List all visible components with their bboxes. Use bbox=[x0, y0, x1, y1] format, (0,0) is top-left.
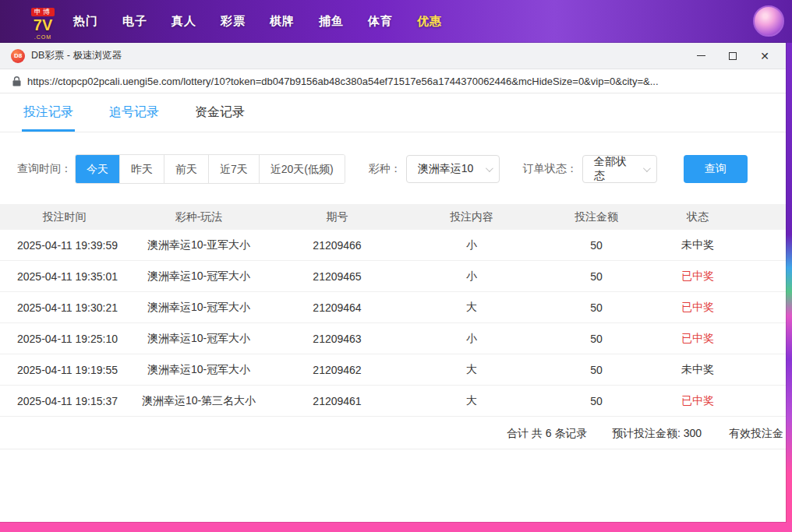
summary-row: 合计 共 6 条记录 预计投注金额: 300 有效投注金 bbox=[0, 417, 786, 449]
filter-bar: 查询时间： 今天昨天前天近7天近20天(低频) 彩种： 澳洲幸运10 订单状态：… bbox=[0, 132, 786, 204]
order-status-select[interactable]: 全部状态 bbox=[582, 155, 657, 183]
site-logo-mark: 7V bbox=[31, 17, 55, 33]
table-row: 2025-04-11 19:30:21 澳洲幸运10-冠军大小 21209464… bbox=[0, 292, 786, 323]
lottery-label: 彩种： bbox=[369, 162, 401, 176]
time-filter-button[interactable]: 近20天(低频) bbox=[259, 155, 345, 183]
table-header-row: 投注时间彩种-玩法期号投注内容投注金额状态 bbox=[0, 204, 786, 230]
cell-status: 已中奖 bbox=[655, 394, 741, 408]
cell-issue: 21209463 bbox=[269, 333, 405, 345]
cell-status: 已中奖 bbox=[655, 301, 741, 315]
time-filter-button[interactable]: 今天 bbox=[76, 155, 119, 183]
cell-game-play: 澳洲幸运10-亚军大小 bbox=[129, 238, 269, 252]
site-logo-domain: .COM bbox=[31, 34, 55, 40]
cell-bet-content: 小 bbox=[405, 332, 538, 346]
lottery-select[interactable]: 澳洲幸运10 bbox=[406, 155, 500, 183]
table-row: 2025-04-11 19:25:10 澳洲幸运10-冠军大小 21209463… bbox=[0, 323, 786, 354]
nav-item[interactable]: 电子 bbox=[122, 14, 147, 29]
summary-valid-amount: 有效投注金 bbox=[729, 417, 783, 449]
cell-bet-amount: 50 bbox=[538, 395, 655, 407]
cell-bet-content: 大 bbox=[405, 363, 538, 377]
page-background-strip-bottom bbox=[0, 522, 792, 532]
nav-item[interactable]: 真人 bbox=[171, 14, 196, 29]
lottery-select-value: 澳洲幸运10 bbox=[418, 162, 474, 176]
column-header: 彩种-玩法 bbox=[129, 210, 269, 224]
column-header: 状态 bbox=[655, 210, 741, 224]
cell-game-play: 澳洲幸运10-冠军大小 bbox=[129, 332, 269, 346]
cell-bet-time: 2025-04-11 19:35:01 bbox=[0, 270, 129, 283]
user-avatar[interactable] bbox=[753, 5, 784, 37]
table-row: 2025-04-11 19:39:59 澳洲幸运10-亚军大小 21209466… bbox=[0, 230, 786, 261]
nav-item[interactable]: 体育 bbox=[368, 14, 393, 29]
table-body: 2025-04-11 19:39:59 澳洲幸运10-亚军大小 21209466… bbox=[0, 230, 786, 417]
cell-bet-amount: 50 bbox=[538, 239, 655, 252]
cell-game-play: 澳洲幸运10-冠军大小 bbox=[129, 270, 269, 284]
chevron-down-icon bbox=[486, 164, 493, 172]
cell-bet-content: 大 bbox=[405, 394, 538, 408]
browser-titlebar: D8 DB彩票 - 极速浏览器 ✕ bbox=[0, 43, 786, 69]
close-button[interactable]: ✕ bbox=[759, 51, 770, 62]
order-status-label: 订单状态： bbox=[523, 162, 578, 176]
cell-issue: 21209466 bbox=[269, 239, 405, 252]
chevron-down-icon bbox=[643, 164, 651, 172]
table-row: 2025-04-11 19:15:37 澳洲幸运10-第三名大小 2120946… bbox=[0, 386, 786, 417]
cell-status: 未中奖 bbox=[655, 238, 741, 252]
cell-issue: 21209465 bbox=[269, 270, 405, 283]
tab[interactable]: 资金记录 bbox=[193, 93, 246, 132]
cell-bet-amount: 50 bbox=[538, 270, 655, 283]
cell-issue: 21209462 bbox=[269, 364, 405, 376]
browser-window: D8 DB彩票 - 极速浏览器 ✕ https://ctopcp02pcali.… bbox=[0, 43, 786, 522]
cell-bet-amount: 50 bbox=[538, 333, 655, 345]
time-filter-button[interactable]: 昨天 bbox=[119, 155, 164, 183]
nav-item[interactable]: 棋牌 bbox=[270, 14, 295, 29]
column-header: 投注金额 bbox=[538, 210, 655, 224]
cell-bet-amount: 50 bbox=[538, 364, 655, 376]
cell-issue: 21209461 bbox=[269, 395, 405, 407]
cell-bet-amount: 50 bbox=[538, 301, 655, 314]
nav-menu: 热门电子真人彩票棋牌捕鱼体育优惠 bbox=[73, 14, 442, 29]
search-button[interactable]: 查询 bbox=[684, 155, 748, 183]
nav-item[interactable]: 优惠 bbox=[417, 14, 442, 29]
app-icon: D8 bbox=[11, 49, 25, 63]
address-bar[interactable]: https://ctopcp02pcali.uengi5e.com/lotter… bbox=[0, 69, 786, 93]
table-row: 2025-04-11 19:19:55 澳洲幸运10-冠军大小 21209462… bbox=[0, 354, 786, 386]
cell-status: 已中奖 bbox=[655, 332, 741, 346]
page-background-strip-right bbox=[786, 43, 792, 522]
maximize-button[interactable] bbox=[727, 51, 738, 62]
cell-bet-content: 小 bbox=[405, 238, 538, 252]
column-header: 投注时间 bbox=[0, 210, 129, 224]
site-logo[interactable]: 申博 7V .COM bbox=[31, 4, 55, 40]
lock-icon bbox=[12, 76, 21, 86]
cell-game-play: 澳洲幸运10-冠军大小 bbox=[129, 363, 269, 377]
cell-status: 已中奖 bbox=[655, 270, 741, 284]
cell-bet-time: 2025-04-11 19:30:21 bbox=[0, 301, 129, 314]
cell-game-play: 澳洲幸运10-第三名大小 bbox=[129, 394, 269, 408]
site-logo-text: 申博 bbox=[31, 8, 55, 16]
table-row: 2025-04-11 19:35:01 澳洲幸运10-冠军大小 21209465… bbox=[0, 261, 786, 292]
summary-expected-amount: 预计投注金额: 300 bbox=[612, 417, 702, 449]
time-filter-label: 查询时间： bbox=[17, 162, 72, 176]
nav-item[interactable]: 彩票 bbox=[221, 14, 246, 29]
column-header: 期号 bbox=[269, 210, 405, 224]
order-status-value: 全部状态 bbox=[594, 155, 637, 183]
tab[interactable]: 追号记录 bbox=[108, 93, 161, 132]
url-text[interactable]: https://ctopcp02pcali.uengi5e.com/lotter… bbox=[27, 76, 773, 87]
tab-bar: 投注记录追号记录资金记录 bbox=[0, 93, 786, 132]
cell-bet-time: 2025-04-11 19:39:59 bbox=[0, 239, 129, 252]
nav-item[interactable]: 捕鱼 bbox=[319, 14, 344, 29]
nav-item[interactable]: 热门 bbox=[73, 14, 98, 29]
summary-total: 合计 共 6 条记录 bbox=[507, 417, 587, 449]
site-top-nav: 申博 7V .COM 热门电子真人彩票棋牌捕鱼体育优惠 bbox=[0, 0, 792, 43]
time-filter-button[interactable]: 近7天 bbox=[208, 155, 259, 183]
time-filter-button[interactable]: 前天 bbox=[164, 155, 208, 183]
cell-issue: 21209464 bbox=[269, 301, 405, 314]
window-controls: ✕ bbox=[695, 51, 775, 62]
time-filter-group: 今天昨天前天近7天近20天(低频) bbox=[75, 154, 345, 184]
window-title: DB彩票 - 极速浏览器 bbox=[31, 49, 122, 62]
cell-bet-time: 2025-04-11 19:19:55 bbox=[0, 364, 129, 376]
minimize-button[interactable] bbox=[695, 51, 706, 62]
cell-game-play: 澳洲幸运10-冠军大小 bbox=[129, 301, 269, 315]
cell-bet-time: 2025-04-11 19:15:37 bbox=[0, 395, 129, 407]
cell-bet-time: 2025-04-11 19:25:10 bbox=[0, 333, 129, 345]
cell-bet-content: 小 bbox=[405, 270, 538, 284]
tab[interactable]: 投注记录 bbox=[22, 93, 75, 132]
